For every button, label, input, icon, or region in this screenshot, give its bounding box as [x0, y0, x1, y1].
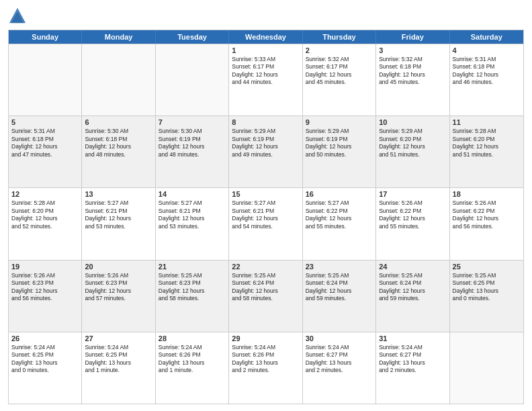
day-info: Sunrise: 5:24 AM Sunset: 6:26 PM Dayligh…: [232, 344, 299, 375]
day-number: 20: [85, 263, 152, 271]
day-number: 3: [379, 46, 446, 54]
day-cell-25: 25Sunrise: 5:25 AM Sunset: 6:25 PM Dayli…: [450, 261, 523, 332]
day-info: Sunrise: 5:25 AM Sunset: 6:23 PM Dayligh…: [159, 272, 226, 303]
day-number: 22: [232, 263, 299, 271]
day-cell-9: 9Sunrise: 5:29 AM Sunset: 6:19 PM Daylig…: [303, 116, 376, 187]
logo-icon: [8, 7, 27, 26]
weekday-header-thursday: Thursday: [303, 30, 376, 44]
calendar-header: SundayMondayTuesdayWednesdayThursdayFrid…: [9, 30, 523, 44]
day-cell-1: 1Sunrise: 5:33 AM Sunset: 6:17 PM Daylig…: [229, 44, 302, 116]
day-info: Sunrise: 5:27 AM Sunset: 6:21 PM Dayligh…: [159, 199, 226, 230]
header: [8, 7, 524, 26]
day-info: Sunrise: 5:25 AM Sunset: 6:24 PM Dayligh…: [232, 272, 299, 303]
calendar: SundayMondayTuesdayWednesdayThursdayFrid…: [8, 30, 524, 404]
day-info: Sunrise: 5:30 AM Sunset: 6:19 PM Dayligh…: [159, 128, 226, 158]
day-cell-21: 21Sunrise: 5:25 AM Sunset: 6:23 PM Dayli…: [156, 261, 229, 332]
day-info: Sunrise: 5:29 AM Sunset: 6:19 PM Dayligh…: [306, 128, 373, 158]
day-cell-14: 14Sunrise: 5:27 AM Sunset: 6:21 PM Dayli…: [156, 188, 229, 259]
day-cell-11: 11Sunrise: 5:28 AM Sunset: 6:20 PM Dayli…: [450, 116, 523, 187]
day-number: 4: [453, 46, 521, 54]
empty-cell-r0c0: [9, 44, 82, 116]
day-number: 1: [232, 46, 299, 54]
day-info: Sunrise: 5:32 AM Sunset: 6:18 PM Dayligh…: [379, 56, 446, 87]
day-info: Sunrise: 5:29 AM Sunset: 6:20 PM Dayligh…: [379, 128, 446, 158]
day-cell-15: 15Sunrise: 5:27 AM Sunset: 6:21 PM Dayli…: [229, 188, 302, 259]
day-number: 10: [379, 118, 446, 126]
day-info: Sunrise: 5:29 AM Sunset: 6:19 PM Dayligh…: [232, 128, 299, 158]
day-cell-7: 7Sunrise: 5:30 AM Sunset: 6:19 PM Daylig…: [156, 116, 229, 187]
day-cell-17: 17Sunrise: 5:26 AM Sunset: 6:22 PM Dayli…: [376, 188, 449, 259]
day-info: Sunrise: 5:25 AM Sunset: 6:24 PM Dayligh…: [379, 272, 446, 303]
day-number: 8: [232, 118, 299, 126]
day-cell-26: 26Sunrise: 5:24 AM Sunset: 6:25 PM Dayli…: [9, 332, 82, 404]
day-cell-8: 8Sunrise: 5:29 AM Sunset: 6:19 PM Daylig…: [229, 116, 302, 187]
day-info: Sunrise: 5:26 AM Sunset: 6:23 PM Dayligh…: [11, 272, 79, 303]
day-info: Sunrise: 5:26 AM Sunset: 6:23 PM Dayligh…: [85, 272, 152, 303]
day-cell-30: 30Sunrise: 5:24 AM Sunset: 6:27 PM Dayli…: [303, 332, 376, 404]
day-number: 5: [11, 118, 79, 126]
day-info: Sunrise: 5:24 AM Sunset: 6:25 PM Dayligh…: [85, 344, 152, 375]
calendar-row-4: 19Sunrise: 5:26 AM Sunset: 6:23 PM Dayli…: [9, 260, 523, 332]
day-info: Sunrise: 5:25 AM Sunset: 6:25 PM Dayligh…: [453, 272, 521, 303]
day-info: Sunrise: 5:28 AM Sunset: 6:20 PM Dayligh…: [11, 199, 79, 230]
day-number: 17: [379, 190, 446, 198]
day-cell-23: 23Sunrise: 5:25 AM Sunset: 6:24 PM Dayli…: [303, 261, 376, 332]
weekday-header-monday: Monday: [82, 30, 155, 44]
day-number: 7: [159, 118, 226, 126]
day-info: Sunrise: 5:33 AM Sunset: 6:17 PM Dayligh…: [232, 56, 299, 87]
day-info: Sunrise: 5:24 AM Sunset: 6:26 PM Dayligh…: [159, 344, 226, 375]
day-number: 28: [159, 334, 226, 342]
day-cell-18: 18Sunrise: 5:26 AM Sunset: 6:22 PM Dayli…: [450, 188, 523, 259]
day-cell-6: 6Sunrise: 5:30 AM Sunset: 6:18 PM Daylig…: [82, 116, 155, 187]
calendar-row-2: 5Sunrise: 5:31 AM Sunset: 6:18 PM Daylig…: [9, 116, 523, 187]
day-number: 29: [232, 334, 299, 342]
day-cell-29: 29Sunrise: 5:24 AM Sunset: 6:26 PM Dayli…: [229, 332, 302, 404]
day-number: 18: [453, 190, 521, 198]
weekday-header-saturday: Saturday: [450, 30, 523, 44]
day-info: Sunrise: 5:32 AM Sunset: 6:17 PM Dayligh…: [306, 56, 373, 87]
day-cell-4: 4Sunrise: 5:31 AM Sunset: 6:18 PM Daylig…: [450, 44, 523, 116]
day-number: 12: [11, 190, 79, 198]
day-number: 16: [306, 190, 373, 198]
day-cell-20: 20Sunrise: 5:26 AM Sunset: 6:23 PM Dayli…: [82, 261, 155, 332]
day-number: 24: [379, 263, 446, 271]
day-number: 27: [85, 334, 152, 342]
weekday-header-friday: Friday: [376, 30, 449, 44]
day-cell-31: 31Sunrise: 5:24 AM Sunset: 6:27 PM Dayli…: [376, 332, 449, 404]
day-number: 11: [453, 118, 521, 126]
day-number: 19: [11, 263, 79, 271]
calendar-row-1: 1Sunrise: 5:33 AM Sunset: 6:17 PM Daylig…: [9, 44, 523, 116]
day-cell-28: 28Sunrise: 5:24 AM Sunset: 6:26 PM Dayli…: [156, 332, 229, 404]
day-info: Sunrise: 5:27 AM Sunset: 6:22 PM Dayligh…: [306, 199, 373, 230]
day-info: Sunrise: 5:24 AM Sunset: 6:25 PM Dayligh…: [11, 344, 79, 375]
day-cell-5: 5Sunrise: 5:31 AM Sunset: 6:18 PM Daylig…: [9, 116, 82, 187]
day-info: Sunrise: 5:31 AM Sunset: 6:18 PM Dayligh…: [453, 56, 521, 87]
day-info: Sunrise: 5:26 AM Sunset: 6:22 PM Dayligh…: [379, 199, 446, 230]
calendar-body: 1Sunrise: 5:33 AM Sunset: 6:17 PM Daylig…: [9, 44, 523, 404]
empty-cell-r0c2: [156, 44, 229, 116]
weekday-header-tuesday: Tuesday: [156, 30, 229, 44]
day-cell-12: 12Sunrise: 5:28 AM Sunset: 6:20 PM Dayli…: [9, 188, 82, 259]
day-info: Sunrise: 5:27 AM Sunset: 6:21 PM Dayligh…: [232, 199, 299, 230]
day-info: Sunrise: 5:31 AM Sunset: 6:18 PM Dayligh…: [11, 128, 79, 158]
day-number: 31: [379, 334, 446, 342]
day-cell-16: 16Sunrise: 5:27 AM Sunset: 6:22 PM Dayli…: [303, 188, 376, 259]
day-number: 6: [85, 118, 152, 126]
day-cell-13: 13Sunrise: 5:27 AM Sunset: 6:21 PM Dayli…: [82, 188, 155, 259]
calendar-row-3: 12Sunrise: 5:28 AM Sunset: 6:20 PM Dayli…: [9, 187, 523, 259]
calendar-page: SundayMondayTuesdayWednesdayThursdayFrid…: [0, 0, 532, 411]
day-info: Sunrise: 5:24 AM Sunset: 6:27 PM Dayligh…: [379, 344, 446, 375]
calendar-row-5: 26Sunrise: 5:24 AM Sunset: 6:25 PM Dayli…: [9, 332, 523, 404]
day-number: 23: [306, 263, 373, 271]
day-cell-2: 2Sunrise: 5:32 AM Sunset: 6:17 PM Daylig…: [303, 44, 376, 116]
weekday-header-wednesday: Wednesday: [229, 30, 302, 44]
day-number: 21: [159, 263, 226, 271]
day-info: Sunrise: 5:24 AM Sunset: 6:27 PM Dayligh…: [306, 344, 373, 375]
day-number: 14: [159, 190, 226, 198]
day-info: Sunrise: 5:27 AM Sunset: 6:21 PM Dayligh…: [85, 199, 152, 230]
day-info: Sunrise: 5:26 AM Sunset: 6:22 PM Dayligh…: [453, 199, 521, 230]
day-number: 13: [85, 190, 152, 198]
day-cell-24: 24Sunrise: 5:25 AM Sunset: 6:24 PM Dayli…: [376, 261, 449, 332]
day-cell-27: 27Sunrise: 5:24 AM Sunset: 6:25 PM Dayli…: [82, 332, 155, 404]
empty-cell-r0c1: [82, 44, 155, 116]
